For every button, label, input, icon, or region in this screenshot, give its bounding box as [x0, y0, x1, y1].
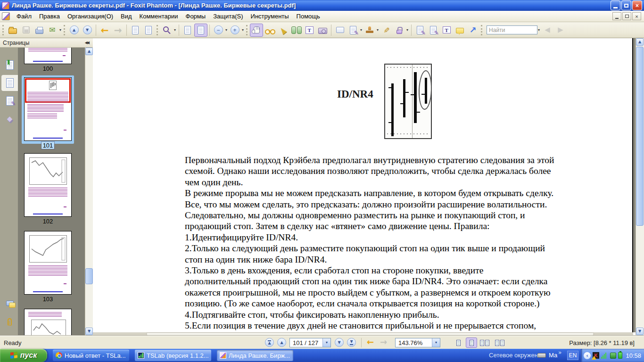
toolbar-grip[interactable]: [481, 25, 483, 35]
next-view-button[interactable]: →: [380, 337, 387, 347]
toolbar-overflow-chevron[interactable]: »: [558, 350, 561, 355]
menu-organize[interactable]: Организация(О): [64, 11, 117, 21]
find-input[interactable]: [487, 25, 537, 34]
zoom-combo-dropdown-icon[interactable]: ▾: [432, 338, 440, 347]
horizontal-scrollbar[interactable]: [93, 332, 633, 336]
drive-icon[interactable]: [537, 353, 546, 358]
find-previous-button[interactable]: ◀: [541, 24, 554, 37]
horizontal-scroll-thumb[interactable]: [146, 332, 594, 336]
back-view-button[interactable]: ←: [98, 24, 111, 37]
zoom-dropdown-caret[interactable]: ▾: [174, 28, 176, 32]
attachments-tab[interactable]: [1, 314, 18, 330]
utility-tray-icon[interactable]: [610, 353, 616, 359]
battery-tray-icon[interactable]: [618, 352, 622, 359]
thumb-scroll-down-icon[interactable]: ▼: [85, 328, 93, 335]
email-dropdown-caret[interactable]: ▾: [59, 28, 61, 32]
thumb-scroll-thumb[interactable]: [85, 268, 93, 284]
next-page-button-status[interactable]: ▼: [335, 338, 344, 347]
menu-file[interactable]: Файл: [13, 11, 35, 21]
link-area-button[interactable]: [333, 24, 347, 37]
antivirus-tray-icon[interactable]: K: [593, 352, 599, 359]
zoom-combo[interactable]: 143.76% ▾: [395, 338, 440, 347]
taskbar-button-foxit[interactable]: Линда Рашке. Бирж...: [217, 350, 293, 361]
note-dropdown-caret[interactable]: ▾: [360, 28, 362, 32]
menu-forms[interactable]: Формы: [182, 11, 210, 21]
hand-tool-button[interactable]: [250, 24, 263, 37]
thumb-scroll-up-icon[interactable]: ▲: [85, 48, 93, 55]
menu-view[interactable]: Вид: [117, 11, 136, 21]
bookmarks-tab[interactable]: [1, 57, 18, 73]
print-button[interactable]: [33, 24, 46, 37]
insert-pages-button[interactable]: [129, 24, 142, 37]
panel-collapse-button[interactable]: ◀◀: [83, 40, 90, 45]
language-indicator[interactable]: EN: [567, 351, 578, 360]
mdi-close-button[interactable]: ×: [632, 12, 641, 20]
doc-scroll-down-icon[interactable]: ▼: [636, 328, 644, 335]
page-number-combo[interactable]: 101 / 127 ▾: [289, 338, 331, 347]
doc-scroll-thumb[interactable]: [636, 47, 644, 226]
share-button[interactable]: ↗: [466, 24, 479, 37]
extract-pages-button[interactable]: [142, 24, 155, 37]
zoom-out-caret[interactable]: ▾: [225, 28, 227, 32]
mdi-restore-button[interactable]: [622, 12, 631, 20]
stamp-tool-button[interactable]: [363, 24, 376, 37]
page-combo-dropdown-icon[interactable]: ▾: [322, 338, 330, 347]
protect-dropdown-caret[interactable]: ▾: [406, 28, 408, 32]
stamp-dropdown-caret[interactable]: ▾: [377, 28, 379, 32]
hide-icons-button[interactable]: ‹: [584, 352, 591, 359]
menu-edit[interactable]: Правка: [35, 11, 64, 21]
fit-page-button[interactable]: [194, 24, 207, 37]
comments-tab[interactable]: [1, 295, 18, 311]
first-page-button[interactable]: ▲: [265, 338, 274, 347]
note-tool-button[interactable]: ✎: [347, 24, 360, 37]
last-page-button[interactable]: ▼: [347, 338, 356, 347]
menu-tools[interactable]: Инструменты: [247, 11, 293, 21]
facing-view-button[interactable]: [479, 337, 490, 348]
edit-text-button[interactable]: ✎: [413, 24, 427, 37]
thumbnail-page-104[interactable]: [24, 309, 72, 336]
pages-tab[interactable]: [1, 75, 18, 91]
select-text-button[interactable]: T: [303, 24, 316, 37]
document-scrollbar[interactable]: ▲ ▼: [636, 38, 644, 336]
prev-page-button[interactable]: ▲: [67, 24, 81, 37]
next-page-button[interactable]: ▼: [81, 24, 94, 37]
email-button[interactable]: ✉: [46, 24, 59, 37]
start-button[interactable]: пуск: [0, 349, 47, 362]
find-next-button[interactable]: ▶: [554, 24, 567, 37]
menu-protect[interactable]: Защита(S): [209, 11, 247, 21]
previous-view-button[interactable]: ←: [367, 337, 374, 347]
thumbnail-page-101[interactable]: [24, 77, 72, 141]
menu-comments[interactable]: Комментарии: [136, 11, 182, 21]
annotations-tab[interactable]: [1, 93, 18, 109]
protect-button[interactable]: [393, 24, 406, 37]
taskbar-button-browser[interactable]: Новый ответ - TSLa...: [53, 350, 129, 361]
thumbnail-page-100[interactable]: [24, 48, 72, 64]
minimize-button[interactable]: [611, 0, 620, 10]
layers-tab[interactable]: ◆: [1, 111, 18, 127]
toolbar-grip[interactable]: [64, 25, 66, 35]
toolbar-grip[interactable]: [157, 25, 159, 35]
open-button[interactable]: [6, 24, 19, 37]
pencil-tool-button[interactable]: ✎: [380, 24, 393, 37]
zoom-tool-button[interactable]: [160, 24, 173, 37]
fit-width-button[interactable]: [181, 24, 194, 37]
continuous-view-button[interactable]: [466, 337, 477, 348]
snapshot-button[interactable]: [316, 24, 329, 37]
previous-page-button[interactable]: ▲: [277, 338, 286, 347]
search-button[interactable]: [289, 24, 303, 37]
save-button[interactable]: [19, 24, 33, 37]
thumbnail-scrollbar[interactable]: ▲ ▼: [85, 48, 93, 336]
network-toolbar-label[interactable]: Сетевое окружение: [489, 352, 545, 359]
select-tool-button[interactable]: [276, 24, 289, 37]
reading-mode-button[interactable]: [263, 24, 276, 37]
document-page[interactable]: ID/NR4 Первоначальный подход Крэйбе: [93, 38, 636, 336]
taskbar-button-tslab[interactable]: TSLab (версия 1.1.2...: [135, 350, 211, 361]
find-dropdown-caret[interactable]: ▾: [538, 28, 540, 32]
edit-object-button[interactable]: ✎: [427, 24, 440, 37]
zoom-in-button[interactable]: +: [228, 24, 241, 37]
comment-tool-button[interactable]: [453, 24, 466, 37]
thumbnail-page-103[interactable]: [24, 231, 72, 295]
toolbar-grip[interactable]: [246, 25, 248, 35]
forward-view-button[interactable]: →: [111, 24, 124, 37]
zoom-in-caret[interactable]: ▾: [242, 28, 244, 32]
